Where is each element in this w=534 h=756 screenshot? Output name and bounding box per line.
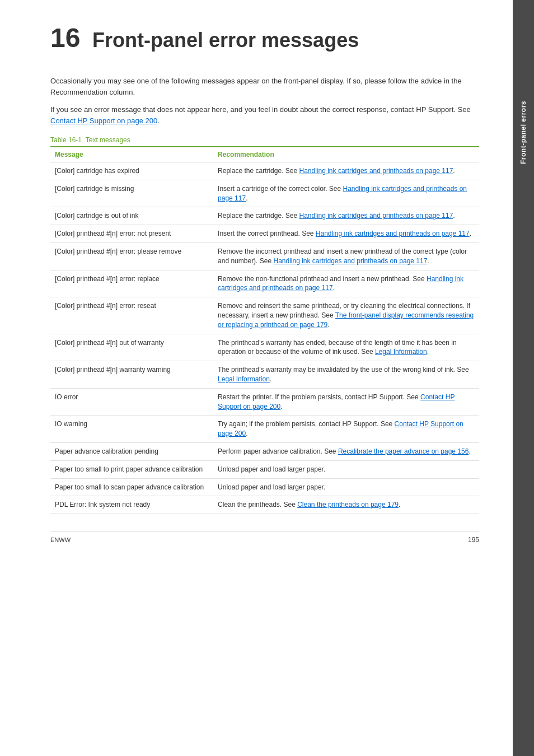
chapter-title: Front-panel error messages (92, 29, 359, 52)
message-cell: Paper too small to scan paper advance ca… (50, 478, 213, 496)
recommendation-link[interactable]: Contact HP Support on page 200 (218, 420, 463, 437)
intro-para2-suffix: . (157, 116, 160, 125)
side-tab: Front-panel errors (513, 0, 534, 756)
message-cell: IO error (50, 388, 213, 416)
message-cell: Paper too small to print paper advance c… (50, 460, 213, 478)
footer-left: ENWW (50, 536, 71, 543)
table-row: [Color] cartridge is missingInsert a car… (50, 180, 479, 207)
col-header-message: Message (50, 147, 213, 162)
recommendation-cell: Remove and reinsert the same printhead, … (213, 297, 479, 334)
message-cell: [Color] printhead #[n] error: please rem… (50, 242, 213, 270)
recommendation-link[interactable]: Handling ink cartridges and printheads o… (316, 230, 470, 237)
chapter-header: 16 Front-panel error messages (50, 22, 479, 59)
recommendation-link[interactable]: Contact HP Support on page 200 (218, 393, 455, 410)
recommendation-link[interactable]: Handling ink cartridges and printheads o… (299, 167, 453, 175)
table-row: [Color] printhead #[n] out of warrantyTh… (50, 334, 479, 361)
message-cell: [Color] cartridge is missing (50, 180, 213, 207)
col-header-recommendation: Recommendation (213, 147, 479, 162)
recommendation-link[interactable]: Handling ink cartridges and printheads o… (273, 257, 427, 265)
message-cell: IO warning (50, 416, 213, 443)
recommendation-cell: Clean the printheads. See Clean the prin… (213, 496, 479, 514)
table-row: [Color] printhead #[n] error: please rem… (50, 242, 479, 270)
message-cell: [Color] printhead #[n] out of warranty (50, 334, 213, 361)
chapter-number: 16 (50, 23, 80, 53)
recommendation-link[interactable]: Legal Information (218, 375, 270, 383)
recommendation-cell: Replace the cartridge. See Handling ink … (213, 162, 479, 180)
table-title-label: Table 16-1 (50, 136, 82, 144)
intro-para2: If you see an error message that does no… (50, 104, 479, 126)
table-title: Table 16-1 Text messages (50, 136, 479, 144)
table-body: [Color] cartridge has expiredReplace the… (50, 162, 479, 514)
table-row: IO warningTry again; if the problem pers… (50, 416, 479, 443)
recommendation-cell: Remove the non-functional printhead and … (213, 270, 479, 297)
message-cell: [Color] cartridge is out of ink (50, 207, 213, 225)
message-cell: [Color] printhead #[n] error: reseat (50, 297, 213, 334)
recommendation-link[interactable]: The front-panel display recommends resea… (218, 311, 474, 329)
table-row: [Color] printhead #[n] warranty warningT… (50, 361, 479, 389)
recommendation-link[interactable]: Handling ink cartridges and printheads o… (218, 185, 467, 202)
side-tab-label: Front-panel errors (519, 101, 527, 164)
messages-table: Message Recommendation [Color] cartridge… (50, 146, 479, 514)
recommendation-cell: The printhead's warranty has ended, beca… (213, 334, 479, 361)
table-row: [Color] printhead #[n] error: not presen… (50, 225, 479, 243)
contact-support-link-intro[interactable]: Contact HP Support on page 200 (50, 116, 157, 125)
intro-para1: Occasionally you may see one of the foll… (50, 76, 479, 97)
table-row: IO errorRestart the printer. If the prob… (50, 388, 479, 416)
table-row: [Color] printhead #[n] error: replaceRem… (50, 270, 479, 297)
main-content: 16 Front-panel error messages Occasional… (0, 0, 513, 756)
recommendation-cell: Try again; if the problem persists, cont… (213, 416, 479, 443)
recommendation-cell: Insert the correct printhead. See Handli… (213, 225, 479, 243)
footer-right: 195 (468, 536, 479, 544)
recommendation-cell: Unload paper and load larger paper. (213, 478, 479, 496)
recommendation-link[interactable]: Handling ink cartridges and printheads o… (218, 275, 463, 292)
recommendation-link[interactable]: Recalibrate the paper advance on page 15… (338, 447, 469, 455)
intro-para2-prefix: If you see an error message that does no… (50, 105, 471, 114)
message-cell: [Color] printhead #[n] error: replace (50, 270, 213, 297)
table-row: Paper too small to scan paper advance ca… (50, 478, 479, 496)
footer: ENWW 195 (50, 531, 479, 544)
recommendation-cell: Unload paper and load larger paper. (213, 460, 479, 478)
message-cell: [Color] printhead #[n] warranty warning (50, 361, 213, 389)
recommendation-link[interactable]: Handling ink cartridges and printheads o… (299, 212, 453, 220)
recommendation-cell: Restart the printer. If the problem pers… (213, 388, 479, 416)
recommendation-cell: Insert a cartridge of the correct color.… (213, 180, 479, 207)
page-container: Front-panel errors 16 Front-panel error … (0, 0, 534, 756)
table-row: Paper advance calibration pendingPerform… (50, 442, 479, 460)
recommendation-cell: Replace the cartridge. See Handling ink … (213, 207, 479, 225)
table-row: [Color] cartridge is out of inkReplace t… (50, 207, 479, 225)
message-cell: [Color] printhead #[n] error: not presen… (50, 225, 213, 243)
table-row: [Color] printhead #[n] error: reseatRemo… (50, 297, 479, 334)
recommendation-cell: Remove the incorrect printhead and inser… (213, 242, 479, 270)
message-cell: Paper advance calibration pending (50, 442, 213, 460)
recommendation-link[interactable]: Clean the printheads on page 179 (297, 501, 399, 508)
recommendation-link[interactable]: Legal Information (375, 348, 427, 356)
table-row: [Color] cartridge has expiredReplace the… (50, 162, 479, 180)
recommendation-cell: Perform paper advance calibration. See R… (213, 442, 479, 460)
table-header-row: Message Recommendation (50, 147, 479, 162)
recommendation-cell: The printhead's warranty may be invalida… (213, 361, 479, 389)
table-row: Paper too small to print paper advance c… (50, 460, 479, 478)
table-title-text: Text messages (86, 136, 130, 144)
message-cell: [Color] cartridge has expired (50, 162, 213, 180)
message-cell: PDL Error: Ink system not ready (50, 496, 213, 514)
table-row: PDL Error: Ink system not readyClean the… (50, 496, 479, 514)
